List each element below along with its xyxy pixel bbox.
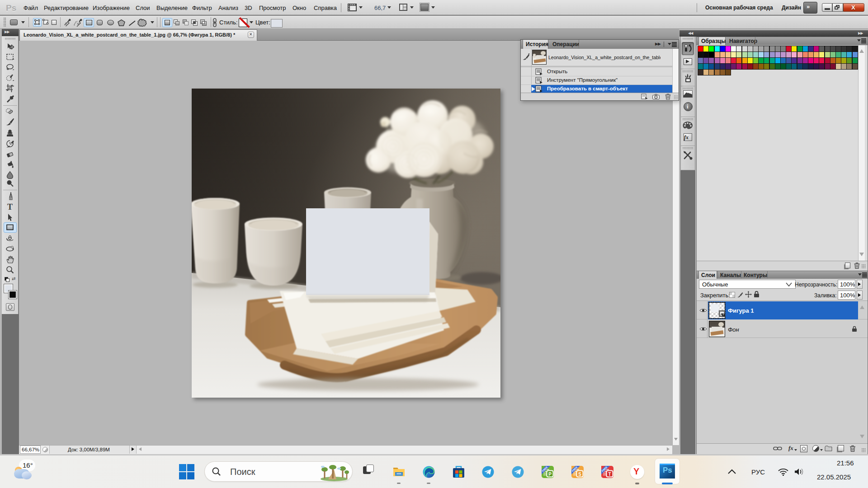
svg-text:T: T xyxy=(7,202,13,211)
svg-text:S: S xyxy=(578,472,581,477)
svg-text:T: T xyxy=(608,472,611,477)
svg-text:P: P xyxy=(548,472,552,477)
